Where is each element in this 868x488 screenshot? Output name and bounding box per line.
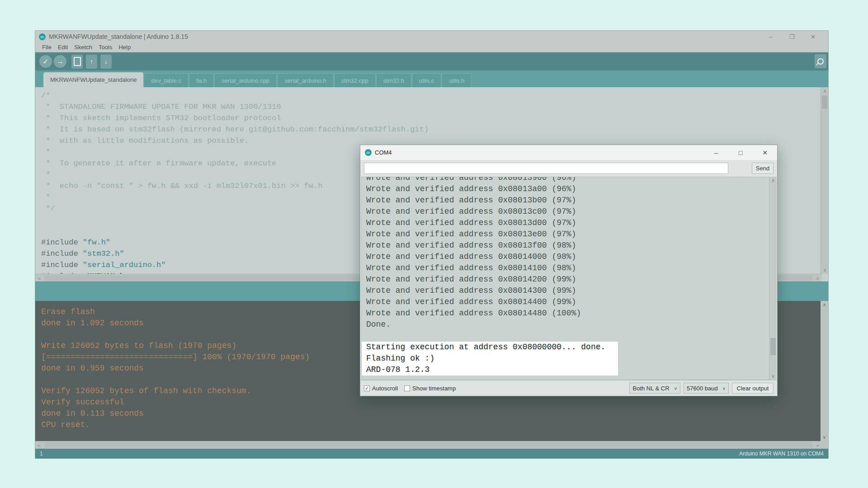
console-line: done in 0.113 seconds <box>41 408 821 419</box>
tab-utils.h[interactable]: utils.h <box>442 73 472 87</box>
tab-serial_arduino.h[interactable]: serial_arduino.h <box>277 73 334 87</box>
serial-output-line: Wrote and verified address 0x08014100 (9… <box>366 263 769 274</box>
serial-titlebar[interactable]: ∞ COM4 – □ ✕ <box>360 145 777 160</box>
status-bar: 1 Arduino MKR WAN 1310 on COM4 <box>35 449 828 459</box>
chevron-down-icon: ∨ <box>674 386 677 391</box>
code-token: "fw.h" <box>83 238 110 247</box>
scroll-left-icon[interactable]: < <box>35 441 43 449</box>
console-hscrollbar-thumb[interactable] <box>44 442 812 448</box>
autoscroll-checkbox[interactable]: ✓ <box>364 385 370 391</box>
serial-output-area[interactable]: Wrote and verified address 0x08013900 (9… <box>361 177 769 380</box>
serial-scrollbar-thumb[interactable] <box>770 338 776 355</box>
arduino-logo-icon: ∞ <box>39 33 46 40</box>
serial-output-line: Wrote and verified address 0x08014300 (9… <box>366 285 769 296</box>
code-line: * It is based on stm32flash (mirrored he… <box>41 124 821 135</box>
console-vertical-scrollbar[interactable]: ∧ ∨ <box>821 301 828 441</box>
tab-serial_arduino.cpp[interactable]: serial_arduino.cpp <box>214 73 277 87</box>
code-token: * This sketch implements STM32 bootloade… <box>41 114 281 122</box>
serial-output-line: Wrote and verified address 0x08013a00 (9… <box>366 183 769 195</box>
code-token: * <box>41 193 50 202</box>
serial-monitor-button[interactable] <box>815 54 826 68</box>
code-token: * To generate it after a firmware update… <box>41 159 276 168</box>
menu-edit[interactable]: Edit <box>55 44 71 51</box>
serial-output-line: Wrote and verified address 0x08013900 (9… <box>366 177 769 183</box>
code-token: * <box>41 148 50 156</box>
serial-output-text: Wrote and verified address 0x08013900 (9… <box>362 177 769 375</box>
code-token: * It is based on stm32flash (mirrored he… <box>41 125 429 134</box>
serial-vertical-scrollbar[interactable]: ∧ ∨ <box>769 177 777 380</box>
menu-file[interactable]: File <box>39 44 55 51</box>
menu-help[interactable]: Help <box>115 44 134 51</box>
toolbar: ✓ → ↑ ↓ <box>35 52 828 70</box>
serial-bottom-bar: ✓ Autoscroll Show timestamp Both NL & CR… <box>360 380 777 396</box>
upload-button[interactable]: → <box>54 55 66 68</box>
open-button[interactable]: ↑ <box>86 55 97 69</box>
line-number-indicator: 1 <box>40 450 43 457</box>
serial-output-line: Wrote and verified address 0x08014200 (9… <box>366 274 769 285</box>
code-token: * <box>41 170 50 179</box>
tab-utils.c[interactable]: utils.c <box>412 73 441 87</box>
serial-monitor-window: ∞ COM4 – □ ✕ Send Wrote and verified add… <box>360 145 778 396</box>
serial-output-line: Wrote and verified address 0x08014480 (1… <box>366 308 769 319</box>
serial-output-line: Wrote and verified address 0x08013b00 (9… <box>366 195 769 206</box>
menu-sketch[interactable]: Sketch <box>71 44 95 51</box>
serial-output-line: Starting execution at address 0x08000000… <box>366 342 618 353</box>
code-line: /* <box>41 90 821 101</box>
code-token: /* <box>41 91 50 100</box>
baud-rate-dropdown[interactable]: 57600 baud ∨ <box>684 383 729 394</box>
selected-text-block: Starting execution at address 0x08000000… <box>362 342 618 375</box>
code-token: #include <box>41 249 83 258</box>
baud-rate-value: 57600 baud <box>687 385 718 392</box>
console-line: CPU reset. <box>41 419 821 431</box>
close-button[interactable]: ✕ <box>753 145 777 160</box>
editor-scrollbar-thumb[interactable] <box>822 95 827 109</box>
check-icon: ✓ <box>42 57 48 66</box>
tab-dev_table.c[interactable]: dev_table.c <box>144 73 189 87</box>
scroll-up-icon[interactable]: ∧ <box>821 87 829 95</box>
save-button[interactable]: ↓ <box>100 55 112 69</box>
code-token: #include <box>41 261 83 269</box>
serial-output-line: Wrote and verified address 0x08014000 (9… <box>366 251 769 263</box>
verify-button[interactable]: ✓ <box>39 55 52 68</box>
menu-bar: FileEditSketchToolsHelp <box>35 42 828 52</box>
code-token: "stm32.h" <box>83 249 124 258</box>
tab-stm32.cpp[interactable]: stm32.cpp <box>334 73 376 87</box>
serial-window-title: COM4 <box>375 149 392 156</box>
new-sketch-button[interactable] <box>71 55 83 69</box>
tab-fw.h[interactable]: fw.h <box>189 73 214 87</box>
console-horizontal-scrollbar[interactable]: < > <box>35 441 821 449</box>
show-timestamp-label: Show timestamp <box>412 385 456 392</box>
code-token: * echo -n "const " > fw.h && xxd -i mlm3… <box>41 182 322 190</box>
arrow-up-icon: ↑ <box>90 58 93 65</box>
minimize-button[interactable]: – <box>760 31 781 42</box>
line-ending-dropdown[interactable]: Both NL & CR ∨ <box>629 383 680 394</box>
scroll-down-icon[interactable]: ∨ <box>769 372 777 380</box>
minimize-button[interactable]: – <box>704 145 728 160</box>
maximize-button[interactable]: □ <box>728 145 753 160</box>
scroll-down-icon[interactable]: ∨ <box>821 266 829 274</box>
serial-output-line: Wrote and verified address 0x08013d00 (9… <box>366 217 769 229</box>
editor-vertical-scrollbar[interactable]: ∧ ∨ <box>821 87 828 274</box>
send-button[interactable]: Send <box>752 163 774 174</box>
menu-tools[interactable]: Tools <box>95 44 115 51</box>
scroll-up-icon[interactable]: ∧ <box>769 177 777 184</box>
scroll-left-icon[interactable]: < <box>35 274 43 282</box>
tab-stm32.h[interactable]: stm32.h <box>376 73 411 87</box>
close-button[interactable]: ✕ <box>802 31 824 42</box>
ide-titlebar[interactable]: ∞ MKRWANFWUpdate_standalone | Arduino 1.… <box>35 31 828 42</box>
board-port-indicator: Arduino MKR WAN 1310 on COM4 <box>739 450 824 457</box>
scroll-down-icon[interactable]: ∨ <box>821 433 828 441</box>
show-timestamp-checkbox[interactable] <box>404 385 410 391</box>
restore-button[interactable]: ❐ <box>781 31 802 42</box>
magnifier-icon <box>817 58 824 65</box>
scroll-right-icon[interactable]: > <box>814 274 821 282</box>
tab-MKRWANFWUpdate_standalone[interactable]: MKRWANFWUpdate_standalone <box>43 72 143 87</box>
serial-send-input[interactable] <box>364 163 728 174</box>
serial-output-line: Flashing ok :) <box>366 353 618 364</box>
clear-output-button[interactable]: Clear output <box>732 383 774 394</box>
serial-output-line: Wrote and verified address 0x08013e00 (9… <box>366 229 769 240</box>
scroll-up-icon[interactable]: ∧ <box>821 301 828 309</box>
desktop: { "icons": { "minimize": "–", "restore":… <box>0 0 868 488</box>
document-icon <box>74 57 81 66</box>
serial-output-line <box>366 330 769 342</box>
